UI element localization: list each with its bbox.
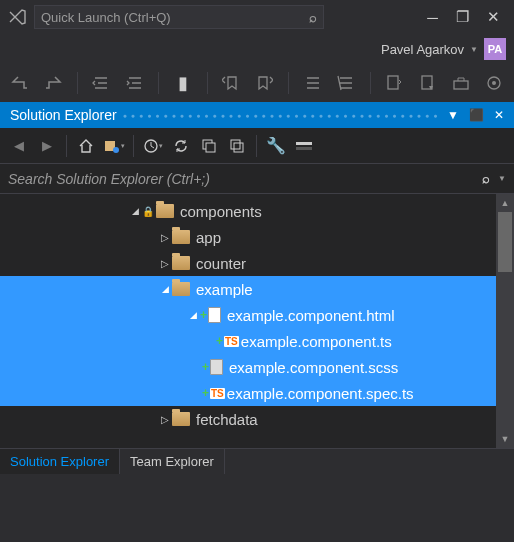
avatar[interactable]: PA <box>484 38 506 60</box>
separator <box>77 72 78 94</box>
expand-icon[interactable] <box>158 284 172 294</box>
vs-logo-icon <box>6 5 30 29</box>
tree-label: example.component.spec.ts <box>227 385 414 402</box>
indent-increase-icon[interactable] <box>123 71 146 95</box>
separator <box>370 72 371 94</box>
panel-grip: ● ● ● ● ● ● ● ● ● ● ● ● ● ● ● ● ● ● ● ● … <box>123 112 441 119</box>
svg-point-5 <box>492 81 496 85</box>
folder-icon <box>172 282 190 296</box>
restore-button[interactable]: ❐ <box>456 8 469 26</box>
preview-icon[interactable] <box>293 135 315 157</box>
added-badge-icon: + <box>200 308 207 322</box>
account-username[interactable]: Pavel Agarkov <box>381 42 464 57</box>
scss-file-icon <box>210 359 223 375</box>
panel-title: Solution Explorer <box>10 107 117 123</box>
tree-label: example <box>196 281 253 298</box>
separator <box>288 72 289 94</box>
separator <box>66 135 67 157</box>
svg-rect-3 <box>454 81 468 89</box>
minimize-button[interactable]: ─ <box>427 9 438 26</box>
tree-file-example-spec[interactable]: + TS example.component.spec.ts <box>0 380 496 406</box>
scroll-down-icon[interactable]: ▼ <box>496 430 514 448</box>
sync-icon[interactable] <box>170 135 192 157</box>
ts-file-icon: TS <box>224 336 239 347</box>
tree-folder-counter[interactable]: counter <box>0 250 496 276</box>
tree-folder-fetchdata[interactable]: fetchdata <box>0 406 496 432</box>
new-item-icon[interactable] <box>383 71 406 95</box>
search-icon[interactable]: ⌕ <box>478 171 494 186</box>
separator <box>207 72 208 94</box>
search-icon[interactable]: ⌕ <box>309 10 317 25</box>
expand-icon[interactable] <box>186 310 200 320</box>
separator <box>133 135 134 157</box>
tree-folder-components[interactable]: 🔒 components <box>0 198 496 224</box>
added-badge-icon: + <box>202 386 209 400</box>
bookmark-prev-icon[interactable] <box>219 71 242 95</box>
nav-forward-icon[interactable] <box>41 71 64 95</box>
added-badge-icon: + <box>216 334 223 348</box>
nav-forward-button[interactable]: ▶ <box>36 135 58 157</box>
search-solution-input[interactable] <box>8 171 478 187</box>
tab-team-explorer[interactable]: Team Explorer <box>120 449 225 474</box>
panel-header: Solution Explorer ● ● ● ● ● ● ● ● ● ● ● … <box>0 102 514 128</box>
added-badge-icon: + <box>202 360 209 374</box>
extensions-icon[interactable] <box>483 71 506 95</box>
tree-label: components <box>180 203 262 220</box>
tree-label: example.component.html <box>227 307 395 324</box>
vertical-scrollbar[interactable]: ▲ ▼ <box>496 194 514 448</box>
search-dropdown-icon[interactable]: ▼ <box>494 174 506 183</box>
scroll-thumb[interactable] <box>498 212 512 272</box>
svg-rect-14 <box>296 147 312 150</box>
collapse-all-icon[interactable] <box>198 135 220 157</box>
tab-solution-explorer[interactable]: Solution Explorer <box>0 449 120 474</box>
close-button[interactable]: ✕ <box>487 8 500 26</box>
expand-icon[interactable] <box>158 232 172 243</box>
bookmark-next-icon[interactable] <box>253 71 276 95</box>
new-file-dropdown-icon[interactable]: ▾ <box>416 71 439 95</box>
separator <box>158 72 159 94</box>
solution-tree[interactable]: 🔒 components app counter example + examp… <box>0 194 496 448</box>
lock-icon: 🔒 <box>142 206 154 217</box>
tree-label: example.component.scss <box>229 359 398 376</box>
quick-launch-input[interactable]: ⌕ <box>34 5 324 29</box>
panel-close-icon[interactable]: ✕ <box>494 108 504 122</box>
pending-changes-icon[interactable]: ▾ <box>142 135 164 157</box>
ts-file-icon: TS <box>210 388 225 399</box>
indent-decrease-icon[interactable] <box>90 71 113 95</box>
home-icon[interactable] <box>75 135 97 157</box>
tree-folder-app[interactable]: app <box>0 224 496 250</box>
panel-dropdown-icon[interactable]: ▼ <box>447 108 459 122</box>
folder-icon <box>156 204 174 218</box>
tree-label: counter <box>196 255 246 272</box>
toolbox-icon[interactable] <box>449 71 472 95</box>
tree-label: fetchdata <box>196 411 258 428</box>
show-all-icon[interactable] <box>226 135 248 157</box>
nav-back-button[interactable]: ◀ <box>8 135 30 157</box>
tree-folder-example[interactable]: example <box>0 276 496 302</box>
svg-rect-10 <box>206 143 215 152</box>
html-file-icon <box>208 307 221 323</box>
tree-file-example-scss[interactable]: + example.component.scss <box>0 354 496 380</box>
scroll-up-icon[interactable]: ▲ <box>496 194 514 212</box>
svg-rect-12 <box>234 143 243 152</box>
solution-switch-icon[interactable]: ▾ <box>103 135 125 157</box>
tree-file-example-html[interactable]: + example.component.html <box>0 302 496 328</box>
properties-icon[interactable]: 🔧 <box>265 135 287 157</box>
comment-out-icon[interactable] <box>301 71 324 95</box>
uncomment-icon[interactable] <box>334 71 357 95</box>
folder-icon <box>172 230 190 244</box>
expand-icon[interactable] <box>158 258 172 269</box>
expand-icon[interactable] <box>158 414 172 425</box>
account-dropdown-icon[interactable]: ▼ <box>470 45 478 54</box>
folder-icon <box>172 256 190 270</box>
pin-icon[interactable]: ⬛ <box>469 108 484 122</box>
tree-label: example.component.ts <box>241 333 392 350</box>
svg-rect-11 <box>231 140 240 149</box>
svg-rect-0 <box>388 76 398 89</box>
nav-back-icon[interactable] <box>8 71 31 95</box>
tree-file-example-ts[interactable]: + TS example.component.ts <box>0 328 496 354</box>
bookmark-icon[interactable]: ▮ <box>171 71 194 95</box>
folder-icon <box>172 412 190 426</box>
tree-label: app <box>196 229 221 246</box>
expand-icon[interactable] <box>128 206 142 216</box>
